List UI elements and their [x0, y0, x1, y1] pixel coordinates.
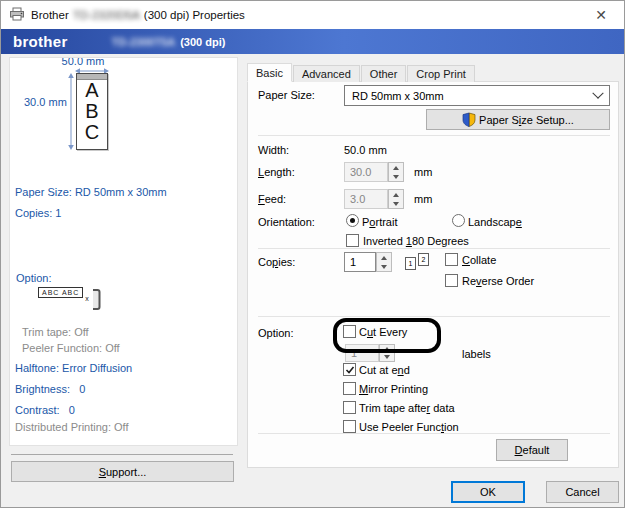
orientation-label: Orientation: [258, 216, 315, 228]
support-button[interactable]: Support... [11, 461, 234, 482]
copies-spinner[interactable] [376, 252, 392, 272]
spinner-down-icon[interactable] [389, 199, 403, 208]
mirror-printing-label[interactable]: Mirror Printing [359, 383, 428, 395]
length-label: Length: [258, 166, 295, 178]
option-label: Option: [258, 327, 293, 339]
paper-size-setup-button[interactable]: Paper Size Setup... [426, 109, 610, 130]
ok-button[interactable]: OK [451, 481, 525, 503]
summary-peeler: Peeler Function: Off [22, 342, 120, 354]
feed-unit: mm [414, 193, 432, 205]
brand-banner: brother TD-2300T5A (300 dpi) [1, 29, 624, 54]
printer-icon [9, 7, 25, 23]
summary-contrast: Contrast: 0 [15, 404, 75, 416]
cut-option-icon: ABC ABC x [38, 287, 102, 312]
spinner-down-icon[interactable] [380, 353, 394, 361]
collate-pages-icon: 2 1 [405, 253, 429, 270]
cut-every-checkbox[interactable] [343, 325, 356, 338]
spinner-down-icon[interactable] [377, 262, 391, 271]
label-preview-letter-c: C [77, 122, 107, 143]
sidebar-separator [11, 454, 233, 455]
length-spinner[interactable] [388, 162, 404, 182]
tab-strip: Basic Advanced Other Crop Print [247, 63, 476, 82]
inverted-180-label[interactable]: Inverted 180 Degrees [363, 235, 469, 247]
summary-copies: Copies: 1 [15, 207, 61, 219]
width-value: 50.0 mm [344, 144, 387, 156]
collate-checkbox[interactable] [445, 253, 458, 266]
label-preview-letter-a: A [77, 80, 107, 101]
feed-input[interactable]: 3.0 [344, 189, 388, 209]
feed-label: Feed: [258, 193, 286, 205]
cut-every-label[interactable]: Cut Every [359, 326, 407, 338]
chevron-down-icon [592, 87, 603, 98]
landscape-radio[interactable] [452, 214, 465, 227]
preview-height-dimension: 30.0 mm [24, 96, 66, 108]
use-peeler-label[interactable]: Use Peeler Function [359, 421, 459, 433]
window-title-suffix: (300 dpi) Properties [144, 9, 245, 21]
cut-at-end-checkbox[interactable] [343, 363, 356, 376]
reverse-order-label[interactable]: Reverse Order [462, 275, 534, 287]
collate-label[interactable]: Collate [462, 254, 496, 266]
summary-halftone: Halftone: Error Diffusion [15, 362, 132, 374]
preview-panel: 50.0 mm A B C 30.0 mm Paper Size: RD 50m… [9, 57, 238, 446]
trim-tape-label[interactable]: Trim tape after data [359, 402, 455, 414]
paper-size-label: Paper Size: [258, 89, 315, 101]
cut-every-count-input[interactable]: 1 [345, 344, 379, 362]
window-title-model-redacted: TD-2320D5A [73, 9, 140, 21]
spinner-down-icon[interactable] [389, 172, 403, 181]
banner-model: TD-2300T5A (300 dpi) [112, 36, 226, 48]
uac-shield-icon [462, 112, 476, 127]
spinner-up-icon[interactable] [389, 163, 403, 172]
use-peeler-checkbox[interactable] [343, 420, 356, 433]
title-bar: Brother TD-2320D5A (300 dpi) Properties … [1, 1, 624, 29]
label-preview-letter-b: B [77, 101, 107, 122]
default-button[interactable]: Default [496, 439, 568, 461]
summary-distributed: Distributed Printing: Off [15, 421, 129, 433]
landscape-label[interactable]: Landscape [468, 216, 522, 228]
spinner-up-icon[interactable] [377, 253, 391, 262]
brother-logo: brother [13, 33, 68, 50]
tab-advanced[interactable]: Advanced [293, 65, 360, 82]
banner-dpi: (300 dpi) [180, 36, 225, 48]
summary-paper-size: Paper Size: RD 50mm x 30mm [15, 186, 167, 198]
portrait-radio[interactable] [346, 214, 359, 227]
close-icon: ✕ [595, 7, 607, 23]
mirror-printing-checkbox[interactable] [343, 382, 356, 395]
trim-tape-checkbox[interactable] [343, 401, 356, 414]
separator [258, 433, 610, 434]
paper-size-setup-label: Paper Size Setup... [479, 114, 574, 126]
portrait-label[interactable]: Portrait [362, 216, 397, 228]
spinner-up-icon[interactable] [389, 190, 403, 199]
tab-other[interactable]: Other [361, 65, 407, 82]
collate-page-2: 2 [418, 253, 429, 266]
checkmark-icon [345, 365, 355, 375]
length-input[interactable]: 30.0 [344, 162, 388, 182]
cut-option-icon-labels: ABC ABC [38, 287, 83, 298]
collate-page-1: 1 [405, 257, 416, 270]
spinner-up-icon[interactable] [380, 345, 394, 353]
window-title: Brother TD-2320D5A (300 dpi) Properties [31, 9, 245, 21]
cut-every-unit-label: labels [462, 348, 491, 360]
banner-model-redacted: TD-2300T5A [112, 36, 176, 48]
height-arrow-icon [67, 73, 75, 150]
tab-basic[interactable]: Basic [247, 63, 292, 82]
paper-size-dropdown[interactable]: RD 50mm x 30mm [344, 85, 610, 106]
cut-at-end-label[interactable]: Cut at end [359, 364, 410, 376]
inverted-180-checkbox[interactable] [346, 234, 359, 247]
window-title-prefix: Brother [31, 9, 69, 21]
summary-option-label: Option: [16, 272, 51, 284]
label-preview: A B C [76, 73, 108, 150]
close-button[interactable]: ✕ [578, 1, 624, 29]
separator [258, 135, 610, 136]
feed-spinner[interactable] [388, 189, 404, 209]
paper-size-value: RD 50mm x 30mm [352, 90, 444, 102]
summary-trim-tape: Trim tape: Off [22, 326, 89, 338]
copies-input[interactable]: 1 [344, 252, 376, 272]
tab-crop-print[interactable]: Crop Print [407, 65, 475, 82]
summary-brightness: Brightness: 0 [15, 383, 85, 395]
cut-option-icon-sub: x [85, 295, 89, 302]
cancel-button[interactable]: Cancel [546, 481, 619, 503]
separator [258, 248, 610, 249]
cut-every-count-spinner[interactable] [379, 344, 395, 362]
reverse-order-checkbox[interactable] [445, 274, 458, 287]
cutter-blade-icon [90, 287, 102, 312]
